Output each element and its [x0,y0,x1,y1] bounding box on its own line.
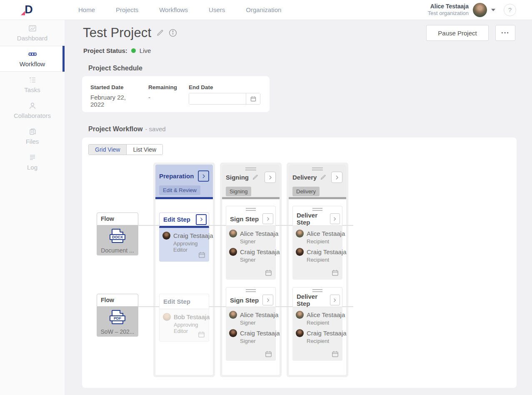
step-card-edit-1[interactable]: Edit Step Craig Testaaja Approving Edito… [159,212,209,262]
more-actions-button[interactable]: ... [495,25,515,41]
drag-handle-icon[interactable] [246,208,256,211]
column-type-badge: Edit & Review [159,185,200,195]
sidebar-item-dashboard[interactable]: Dashboard [0,20,65,46]
column-header-preparation[interactable]: Preparation Edit & Review [155,165,213,199]
chevron-right-icon [265,216,271,222]
end-date-calendar-button[interactable] [246,93,260,104]
person-role: Recipient [307,257,340,263]
chevron-right-icon [199,217,204,222]
step-card-deliver-2[interactable]: Deliver Step Alice Testaaja Recipient Cr… [292,287,342,361]
sidebar: Dashboard Workflow Tasks Collaborators [0,20,65,395]
chevron-right-icon [201,173,207,179]
column-title: Signing [226,174,258,181]
step-title: Sign Step [230,215,259,222]
chevron-down-icon[interactable] [491,9,495,11]
open-step-button[interactable] [330,295,340,305]
avatar [296,248,304,256]
project-schedule-card: Started Date February 22, 2022 Remaining… [82,76,270,112]
view-toggle: Grid View List View [88,144,163,155]
column-header-signing[interactable]: Signing Signing [222,165,280,199]
calendar-icon[interactable] [198,251,206,259]
avatar [229,248,237,256]
flow-card-document[interactable]: Flow DOCX Document ... [97,212,138,255]
open-step-button[interactable] [262,295,273,305]
info-icon [169,29,177,37]
step-title: Deliver Step [297,212,330,226]
user-organization: Test organization [428,10,469,17]
step-card-deliver-1[interactable]: Deliver Step Alice Testaaja Recipient Cr… [292,206,342,280]
flow-card-title: Flow [97,212,138,225]
workflow-heading-text: Project Workflow [88,125,142,132]
expand-column-button[interactable] [331,172,342,183]
main-content: Test Project Pause Project ... Project S… [65,20,532,395]
top-navbar: D Home Projects Workflows Users Organiza… [0,0,532,20]
open-step-button[interactable] [262,213,273,224]
person-name: Alice Testaaja [307,311,345,318]
person-role: Signer [240,338,273,344]
calendar-icon[interactable] [331,350,339,358]
pencil-icon[interactable] [320,174,326,180]
calendar-icon[interactable] [265,350,272,358]
calendar-icon[interactable] [197,330,205,338]
flow-card-title: Flow [97,294,138,307]
drag-handle-icon[interactable] [246,289,256,292]
open-step-button[interactable] [330,213,340,224]
drag-handle-icon[interactable] [312,168,323,170]
avatar [296,329,304,337]
avatar [229,329,237,337]
drag-handle-icon[interactable] [312,289,322,292]
sidebar-item-collaborators[interactable]: Collaborators [0,98,65,123]
sidebar-item-tasks[interactable]: Tasks [0,72,65,98]
end-date-input[interactable] [189,93,246,104]
person-name: Craig Testaaja [240,248,280,255]
calendar-icon[interactable] [331,269,339,277]
schedule-heading: Project Schedule [88,65,142,72]
calendar-icon[interactable] [265,269,272,277]
nav-item-home[interactable]: Home [78,6,95,13]
drag-handle-icon[interactable] [245,168,256,170]
chevron-right-icon [267,175,273,180]
step-card-edit-2[interactable]: Edit Step Bob Testaaja Approving Editor [159,294,209,342]
drag-handle-icon[interactable] [312,208,322,211]
flow-card-sow[interactable]: Flow PDF SoW – 202... [97,294,138,337]
help-icon[interactable]: ? [504,4,516,16]
project-info-button[interactable] [169,29,177,37]
person-role: Recipient [307,338,340,344]
sidebar-item-log[interactable]: Log [0,149,65,175]
logo-letter: D [25,4,33,15]
pencil-icon[interactable] [252,174,258,180]
user-text: Alice Testaaja Test organization [428,3,469,17]
step-title: Edit Step [163,298,190,305]
sidebar-item-files[interactable]: Files [0,123,65,149]
expand-column-button[interactable] [265,172,276,183]
nav-item-workflows[interactable]: Workflows [159,6,188,13]
step-card-sign-1[interactable]: Sign Step Alice Testaaja Signer Craig Te… [226,206,276,280]
person-role: Signer [240,257,273,263]
person-name: Craig Testaaja [173,232,213,239]
user-menu[interactable]: Alice Testaaja Test organization ? [428,3,516,17]
chevron-right-icon [332,216,337,222]
grid-view-button[interactable]: Grid View [89,145,126,155]
collaborators-icon [28,102,37,110]
expand-column-button[interactable] [198,170,209,182]
pause-project-button[interactable]: Pause Project [426,25,489,41]
sidebar-item-workflow[interactable]: Workflow [0,46,65,72]
sidebar-item-label: Files [26,138,39,145]
person-name: Bob Testaaja [174,313,210,320]
dashboard-icon [28,24,37,32]
nav-item-users[interactable]: Users [209,6,225,13]
logo-wedge-icon [21,11,25,15]
open-step-button[interactable] [196,214,207,225]
step-card-sign-2[interactable]: Sign Step Alice Testaaja Signer Craig Te… [226,287,276,361]
edit-title-button[interactable] [156,29,164,37]
nav-item-organization[interactable]: Organization [246,6,281,13]
nav-item-projects[interactable]: Projects [116,6,138,13]
column-type-badge: Delivery [292,187,320,196]
user-avatar[interactable] [473,3,487,17]
docx-file-icon: DOCX [112,229,123,243]
column-header-delivery[interactable]: Delivery Delivery [289,165,346,199]
sidebar-item-label: Workflow [20,60,45,68]
avatar [163,313,171,321]
app-logo[interactable]: D [22,3,36,17]
list-view-button[interactable]: List View [126,145,162,155]
